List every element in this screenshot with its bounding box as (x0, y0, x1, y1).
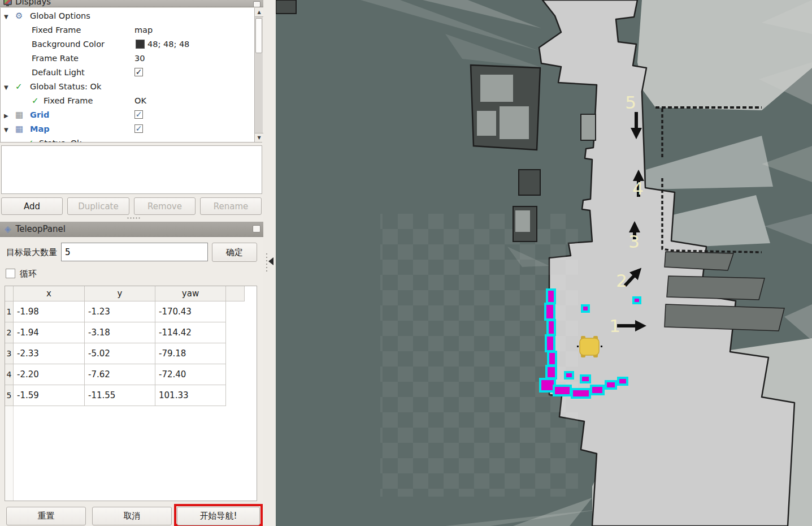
cell-y[interactable]: -3.18 (85, 322, 155, 343)
tree-row-global-options[interactable]: ▼⚙Global Options (1, 10, 245, 24)
tree-checkbox[interactable]: ✓ (134, 68, 143, 76)
cell-x[interactable]: -2.20 (14, 364, 85, 385)
expand-triangle-icon[interactable]: ▶ (4, 113, 8, 119)
loop-checkbox[interactable] (6, 269, 15, 278)
add-button[interactable]: Add (1, 197, 63, 215)
teleop-title: TeleopPanel (16, 224, 66, 234)
cell-yaw[interactable]: -79.18 (155, 343, 226, 364)
cell-y[interactable]: -7.62 (85, 364, 155, 385)
obstacle-cell (548, 352, 556, 365)
row-number[interactable]: 2 (5, 322, 14, 343)
splitter-handle-dots[interactable] (127, 217, 141, 219)
cell-yaw[interactable]: -72.40 (155, 364, 226, 385)
waypoint-label: 1 (609, 316, 620, 336)
tree-value[interactable]: map (134, 25, 153, 35)
tree-label: Map (30, 124, 50, 133)
tree-row-background-color[interactable]: Background Color48; 48; 48 (1, 38, 245, 52)
cell-y[interactable]: -11.55 (85, 385, 155, 406)
left-dock-panel: Displays ▼⚙Global OptionsFixed FramemapB… (0, 0, 263, 526)
tree-row-fixed-frame[interactable]: Fixed Framemap (1, 24, 245, 38)
rename-button[interactable]: Rename (200, 197, 262, 215)
grid-icon: ▦ (15, 110, 23, 120)
cell-yaw[interactable]: -114.42 (155, 322, 226, 343)
scrollbar-thumb[interactable] (255, 18, 262, 53)
obstacle-cell (633, 298, 640, 303)
column-header-x[interactable]: x (14, 286, 85, 301)
displays-float-button[interactable] (253, 1, 260, 7)
obstacle-cell (591, 386, 603, 394)
waypoint-label: 5 (625, 92, 636, 113)
confirm-button[interactable]: 确定 (212, 243, 257, 262)
waypoint-label: 3 (628, 231, 640, 252)
cell-x[interactable]: -1.98 (14, 301, 85, 322)
duplicate-button[interactable]: Duplicate (67, 197, 129, 215)
row-number[interactable]: 3 (5, 343, 14, 364)
robot-body (580, 338, 599, 355)
row-number[interactable]: 5 (5, 385, 14, 406)
tree-row-global-status-ok[interactable]: ▼✓Global Status: Ok (1, 80, 245, 94)
tree-value[interactable]: 30 (134, 54, 145, 63)
cell-x[interactable]: -1.94 (14, 322, 85, 343)
collapse-arrow-icon[interactable] (268, 257, 273, 265)
obstacle-cell (554, 386, 571, 395)
cancel-button[interactable]: 取消 (92, 507, 172, 525)
start-navigation-button[interactable]: 开始导航! (177, 507, 260, 525)
column-header-yaw[interactable]: yaw (155, 286, 226, 301)
scroll-down-icon[interactable]: ▼ (255, 133, 263, 142)
displays-titlebar[interactable]: Displays (0, 0, 263, 7)
tree-row-default-light[interactable]: Default Light✓ (1, 66, 245, 80)
cell-yaw[interactable]: -170.43 (155, 301, 226, 322)
obstacle-cell (606, 381, 616, 389)
tree-label: Grid (30, 110, 49, 119)
tree-row-fixed-frame[interactable]: ✓Fixed FrameOK (1, 94, 245, 109)
check-icon: ✓ (27, 138, 34, 143)
row-number[interactable]: 4 (5, 364, 14, 385)
tree-row-status-ok[interactable]: ▶✓Status: Ok (1, 137, 245, 143)
obstacle-cell (572, 389, 590, 398)
remove-button[interactable]: Remove (134, 197, 196, 215)
displays-tree[interactable]: ▼⚙Global OptionsFixed FramemapBackground… (0, 8, 262, 143)
tree-row-grid[interactable]: ▶▦Grid✓ (1, 109, 245, 123)
row-number[interactable]: 1 (5, 301, 14, 322)
goal-count-input[interactable] (61, 243, 208, 261)
displays-icon (3, 0, 12, 5)
tree-checkbox[interactable]: ✓ (134, 124, 143, 133)
cell-x[interactable]: -2.33 (14, 343, 85, 364)
table-header-filler (226, 286, 245, 301)
tree-label: Fixed Frame (32, 25, 81, 35)
color-swatch[interactable] (136, 40, 145, 49)
obstacle-cell (546, 335, 554, 351)
obstacle-cell (581, 376, 590, 382)
tree-value[interactable]: OK (134, 96, 146, 105)
scroll-up-icon[interactable]: ▲ (255, 8, 263, 17)
collapse-triangle-icon[interactable]: ▼ (4, 84, 8, 90)
column-header-y[interactable]: y (85, 286, 155, 301)
map-viewport[interactable]: 54321 (276, 0, 812, 526)
waypoint-label: 2 (616, 270, 627, 291)
teleop-panel-icon: ◈ (5, 224, 11, 234)
tree-checkbox[interactable]: ✓ (134, 110, 143, 119)
obstacle-cell (582, 305, 589, 312)
cell-y[interactable]: -1.23 (85, 301, 155, 322)
cell-y[interactable]: -5.02 (85, 343, 155, 364)
tree-label: Fixed Frame (44, 96, 93, 105)
panel-splitter[interactable] (263, 0, 276, 526)
reset-button[interactable]: 重置 (6, 507, 86, 525)
robot-dot (601, 346, 602, 347)
tree-label: Global Options (30, 11, 90, 20)
gear-icon: ⚙ (15, 11, 23, 21)
teleop-titlebar[interactable]: ◈ TeleopPanel (0, 222, 263, 237)
tree-value[interactable]: 48; 48; 48 (147, 40, 189, 49)
collapse-triangle-icon[interactable]: ▼ (4, 127, 8, 133)
collapse-triangle-icon[interactable]: ▼ (4, 14, 8, 20)
waypoint-table[interactable]: xyyaw1-1.98-1.23-170.432-1.94-3.18-114.4… (5, 286, 257, 501)
expand-triangle-icon[interactable]: ▶ (15, 141, 20, 143)
tree-row-frame-rate[interactable]: Frame Rate30 (1, 52, 245, 66)
obstacle-cell (547, 290, 555, 303)
tree-label: Background Color (32, 40, 105, 49)
teleop-float-button[interactable] (253, 225, 260, 232)
tree-row-map[interactable]: ▼▦Map✓ (1, 123, 245, 137)
displays-scrollbar[interactable]: ▲ ▼ (254, 8, 263, 142)
cell-yaw[interactable]: 101.33 (155, 385, 226, 406)
cell-x[interactable]: -1.59 (14, 385, 85, 406)
